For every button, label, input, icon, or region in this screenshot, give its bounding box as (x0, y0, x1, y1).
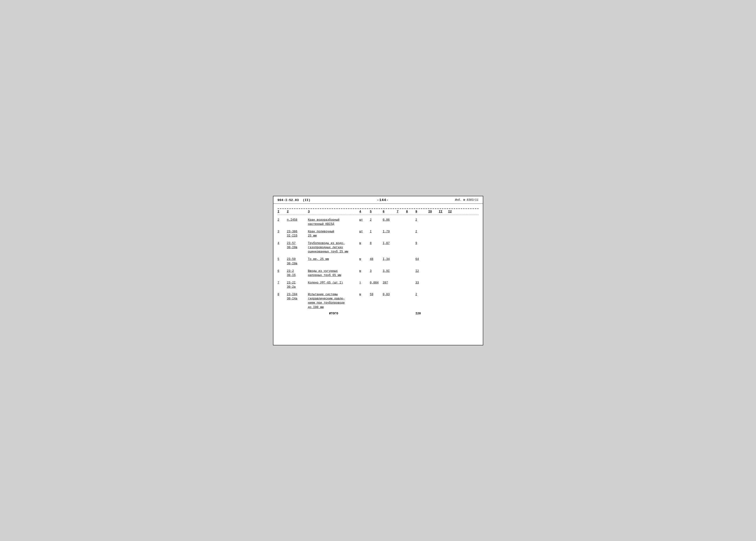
row-total: 2 (416, 218, 428, 222)
row-unit: шт (359, 218, 370, 222)
col-header-11: II (439, 210, 448, 213)
row-desc: Кран водоразборныйнастенный КВI5Д (308, 218, 359, 226)
itogo-label: ИТОГО (308, 312, 359, 315)
col-header-6: 6 (383, 210, 397, 213)
col-header-9: 9 (416, 210, 428, 213)
row-num: 4 (278, 241, 287, 246)
col-header-10: IO (428, 210, 439, 213)
row-total: 64 (416, 257, 428, 261)
row-unit: м (359, 269, 370, 273)
row-qty: 59 (370, 292, 383, 296)
row-unit: м (359, 257, 370, 261)
row-qty: 3 (370, 269, 383, 273)
row-total: 2 (416, 292, 428, 296)
row-price: 3,9I (383, 269, 397, 273)
col-header-4: 4 (359, 210, 370, 213)
table-row: 6 23-230-Iб Вводы из чугунныхнапорных тр… (278, 267, 479, 278)
doc-id: 904-I-52.83 (II) (278, 199, 311, 202)
row-desc: Испытание системыгидравлическим давле-ни… (308, 292, 359, 309)
row-ref: 23-5730-I0в (287, 241, 308, 250)
table-row: 4 23-5730-I0в Трубопроводы из водо-газоп… (278, 239, 479, 255)
table-row: 2 п.I458 Кран водоразборныйнастенный КВI… (278, 216, 479, 227)
col-header-7: 7 (397, 210, 406, 213)
row-desc: То же, 25 мм (308, 257, 359, 261)
row-price: 0,03 (383, 292, 397, 296)
row-price: I,34 (383, 257, 397, 261)
row-num: 6 (278, 269, 287, 273)
row-qty: 8 (370, 241, 383, 246)
col-header-8: 8 (406, 210, 416, 213)
itogo-row: ИТОГО I28 (278, 310, 479, 316)
document-page: 904-I-52.83 (II) -144- Инб. № 8383/11 I … (273, 196, 483, 345)
row-total: 33 (416, 281, 428, 285)
page-number: -144- (377, 198, 389, 202)
row-unit: шт (359, 230, 370, 234)
row-qty: 48 (370, 257, 383, 261)
page-content: I 2 3 4 5 6 7 8 9 IO II I2 2 п.I458 Кран… (273, 204, 483, 320)
row-unit: м (359, 241, 370, 246)
col-header-5: 5 (370, 210, 383, 213)
col-header-12: I2 (448, 210, 458, 213)
dashed-separator (278, 209, 479, 209)
col-header-2: 2 (287, 210, 308, 213)
table-row: 3 23-3863I-IIб Кран поливочный25 мм шт I… (278, 228, 479, 239)
col-header-1: I (278, 210, 287, 213)
row-ref: 23-5930-I0в (287, 257, 308, 266)
row-num: 5 (278, 257, 287, 261)
row-qty: 2 (370, 218, 383, 222)
row-total: 9 (416, 241, 428, 246)
row-total: I2 (416, 269, 428, 273)
col-header-3: 3 (308, 210, 359, 213)
row-ref: 23-3863I-IIб (287, 230, 308, 238)
row-desc: Вводы из чугунныхнапорных труб 65 мм (308, 269, 359, 277)
row-ref: 23-I0430-I4а (287, 292, 308, 301)
row-price: I,07 (383, 241, 397, 246)
table-row: 7 23-2I30-2а Колено УРГ-65 (шт I) т 0,08… (278, 279, 479, 290)
row-num: 3 (278, 230, 287, 234)
column-headers-row: I 2 3 4 5 6 7 8 9 IO II I2 (278, 210, 479, 215)
table-row: 5 23-5930-I0в То же, 25 мм м 48 I,34 64 (278, 255, 479, 267)
row-unit: м (359, 292, 370, 296)
row-qty: 0,084 (370, 281, 383, 285)
row-unit: т (359, 281, 370, 285)
itogo-total: I28 (416, 312, 428, 315)
row-price: 397 (383, 281, 397, 285)
row-price: 0,86 (383, 218, 397, 222)
table-row: 8 23-I0430-I4а Испытание системыгидравли… (278, 290, 479, 310)
row-desc: Кран поливочный25 мм (308, 230, 359, 238)
page-header: 904-I-52.83 (II) -144- Инб. № 8383/11 (273, 196, 483, 204)
row-ref: 23-230-Iб (287, 269, 308, 277)
row-desc: Трубопроводы из водо-газопроводных легки… (308, 241, 359, 254)
row-ref: 23-2I30-2а (287, 281, 308, 289)
row-desc: Колено УРГ-65 (шт I) (308, 281, 359, 285)
row-num: 7 (278, 281, 287, 285)
row-num: 2 (278, 218, 287, 222)
row-ref: п.I458 (287, 218, 308, 222)
row-total: 2 (416, 230, 428, 234)
inv-number: Инб. № 8383/11 (455, 199, 479, 202)
row-num: 8 (278, 292, 287, 296)
row-qty: I (370, 230, 383, 234)
row-price: I,79 (383, 230, 397, 234)
